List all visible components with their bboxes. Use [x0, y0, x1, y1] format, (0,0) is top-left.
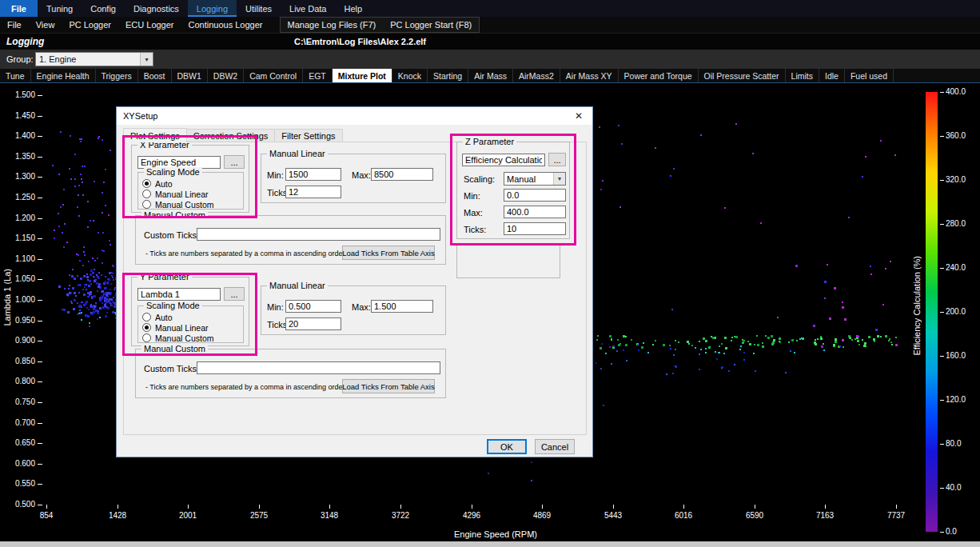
y-custom-ticks-input[interactable] [197, 361, 440, 374]
z-ticks-input[interactable] [504, 222, 566, 235]
x-max-input[interactable] [371, 168, 433, 181]
app-window: FileTuningConfigDiagnosticsLoggingUtilit… [0, 0, 980, 547]
tab-oil-pressure-scatter[interactable]: Oil Pressure Scatter [699, 69, 786, 82]
toolbar-item-manage-log-files-f7[interactable]: Manage Log Files (F7) [281, 18, 384, 32]
tab-limits[interactable]: Limits [786, 69, 819, 82]
z-max-input[interactable] [504, 206, 566, 218]
z-parameter-group-label: Z Parameter [463, 137, 516, 147]
y-max-label: Max: [352, 302, 371, 312]
y-manual-linear-label: Manual Linear [267, 281, 328, 291]
y-parameter-browse-button[interactable]: ... [224, 287, 245, 301]
x-min-input[interactable] [285, 168, 341, 181]
y-manual-custom-group: Manual Custom Custom Ticks: - Ticks are … [135, 349, 446, 398]
xysetup-dialog: XYSetup ✕ Plot SettingsCorrection Settin… [116, 106, 593, 457]
x-ticks-input[interactable] [285, 186, 341, 198]
header-bar: Logging C:\Emtron\Log Files\Alex 2.2.elf [0, 34, 980, 50]
tab-airmass2[interactable]: AirMass2 [513, 69, 560, 82]
z-parameter-group: Z Parameter ... Scaling: Manual ▾ Min: M… [456, 142, 570, 239]
y-max-input[interactable] [371, 300, 433, 313]
x-radio-auto[interactable]: Auto [142, 178, 214, 189]
x-parameter-browse-button[interactable]: ... [224, 155, 245, 169]
radio-icon [142, 323, 151, 332]
menu-item-config[interactable]: Config [82, 0, 125, 17]
x-manual-linear-label: Manual Linear [267, 149, 328, 159]
ok-button[interactable]: OK [487, 439, 527, 454]
z-extra-group [456, 245, 560, 278]
z-max-label: Max: [464, 208, 483, 218]
window-edge [0, 541, 980, 547]
dialog-title: XYSetup [117, 111, 157, 121]
tab-tune[interactable]: Tune [0, 69, 31, 82]
x-radio-manual-custom[interactable]: Manual Custom [142, 199, 214, 210]
group-bar: Group: 1. Engine ▾ [0, 50, 980, 69]
chevron-down-icon: ▾ [140, 53, 153, 66]
y-ticks-input[interactable] [285, 317, 341, 330]
y-scaling-mode-group: Scaling Mode AutoManual LinearManual Cus… [137, 305, 244, 343]
menu-item-logging[interactable]: Logging [188, 0, 237, 17]
tab-idle[interactable]: Idle [819, 69, 845, 82]
tab-egt[interactable]: EGT [303, 69, 333, 82]
tab-engine-health[interactable]: Engine Health [31, 69, 96, 82]
menu-item-live-data[interactable]: Live Data [281, 0, 335, 17]
z-parameter-browse-button[interactable]: ... [548, 153, 566, 166]
chevron-down-icon: ▾ [553, 173, 565, 185]
x-radio-manual-linear[interactable]: Manual Linear [142, 189, 214, 199]
tab-air-mass-xy[interactable]: Air Mass XY [560, 69, 619, 82]
radio-label: Manual Custom [155, 200, 214, 210]
radio-label: Auto [155, 179, 173, 189]
dialog-titlebar[interactable]: XYSetup ✕ [117, 107, 592, 125]
y-radio-auto[interactable]: Auto [142, 312, 214, 322]
y-load-ticks-button[interactable]: Load Ticks From Table Axis [342, 379, 435, 393]
x-custom-ticks-input[interactable] [197, 228, 440, 241]
cancel-button[interactable]: Cancel [535, 439, 575, 454]
tab-starting[interactable]: Starting [428, 69, 468, 82]
menu-item-file[interactable]: File [0, 0, 38, 17]
y-parameter-group-label: Y Parameter [137, 272, 192, 282]
dialog-tab-filter-settings[interactable]: Filter Settings [275, 129, 342, 142]
z-scaling-value: Manual [507, 174, 536, 184]
menu-item-tuning[interactable]: Tuning [38, 0, 82, 17]
toolbar-item-file[interactable]: File [0, 17, 29, 33]
z-parameter-input[interactable] [462, 154, 545, 166]
y-min-input[interactable] [285, 300, 341, 313]
x-manual-custom-group: Manual Custom Custom Ticks: - Ticks are … [135, 215, 446, 265]
z-scaling-dropdown[interactable]: Manual ▾ [504, 172, 566, 186]
tab-fuel-used[interactable]: Fuel used [845, 69, 894, 82]
dialog-tab-strip: Plot SettingsCorrection SettingsFilter S… [123, 128, 343, 142]
dialog-tab-correction-settings[interactable]: Correction Settings [187, 129, 276, 142]
tab-triggers[interactable]: Triggers [96, 69, 138, 82]
tab-cam-control[interactable]: Cam Control [244, 69, 303, 82]
group-dropdown[interactable]: 1. Engine ▾ [35, 52, 153, 66]
menu-bar: FileTuningConfigDiagnosticsLoggingUtilit… [0, 0, 980, 17]
toolbar-item-continuous-logger[interactable]: Continuous Logger [181, 17, 270, 33]
section-title: Logging [6, 36, 44, 47]
tab-air-mass[interactable]: Air Mass [468, 69, 513, 82]
toolbar-item-pc-logger-start-f8[interactable]: PC Logger Start (F8) [383, 18, 479, 32]
tab-dbw1[interactable]: DBW1 [172, 69, 208, 82]
x-load-ticks-button[interactable]: Load Ticks From Table Axis [342, 246, 435, 260]
y-radio-manual-custom[interactable]: Manual Custom [142, 333, 214, 343]
close-icon[interactable]: ✕ [565, 107, 592, 125]
tab-boost[interactable]: Boost [138, 69, 172, 82]
x-custom-ticks-label: Custom Ticks: [144, 230, 199, 240]
toolbar-item-view[interactable]: View [29, 17, 62, 33]
colorbar [926, 92, 938, 532]
radio-label: Auto [155, 313, 173, 322]
tab-mixture-plot[interactable]: Mixture Plot [333, 69, 392, 82]
tab-power-and-torque[interactable]: Power and Torque [619, 69, 699, 82]
radio-icon [142, 313, 151, 321]
radio-icon [142, 333, 151, 342]
menu-item-help[interactable]: Help [336, 0, 372, 17]
toolbar-item-pc-logger[interactable]: PC Logger [62, 17, 118, 33]
tab-knock[interactable]: Knock [392, 69, 428, 82]
dialog-tab-plot-settings[interactable]: Plot Settings [123, 128, 187, 142]
menu-item-utilites[interactable]: Utilites [237, 0, 281, 17]
y-radio-manual-linear[interactable]: Manual Linear [142, 322, 214, 333]
tab-dbw2[interactable]: DBW2 [208, 69, 244, 82]
y-custom-ticks-hint: - Ticks are numbers separated by a comma… [145, 383, 345, 391]
z-ticks-label: Ticks: [464, 225, 486, 234]
z-min-input[interactable] [504, 189, 566, 202]
menu-item-diagnostics[interactable]: Diagnostics [125, 0, 188, 17]
toolbar-item-ecu-logger[interactable]: ECU Logger [118, 17, 181, 33]
y-parameter-input[interactable] [137, 288, 221, 301]
